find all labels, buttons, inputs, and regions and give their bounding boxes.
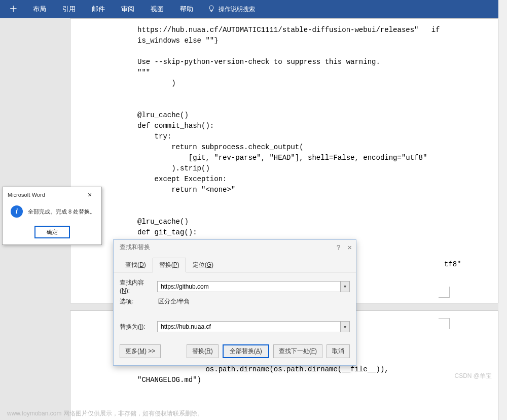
info-icon: i (11, 205, 23, 218)
help-icon[interactable]: ? (337, 243, 340, 251)
ribbon-scrollbar[interactable] (498, 0, 507, 18)
find-what-input[interactable] (158, 282, 340, 292)
lightbulb-icon (207, 5, 215, 14)
find-replace-dialog: 查找和替换 ? × 查找(D) 替换(P) 定位(G) 查找内容(N): ▾ 选… (113, 239, 356, 366)
replace-button[interactable]: 替换(R) (187, 344, 219, 358)
message-box-body: i 全部完成。完成 8 处替换。 (3, 202, 101, 223)
tell-me-label: 操作说明搜索 (219, 5, 255, 14)
find-replace-tabs: 查找(D) 替换(P) 定位(G) (114, 255, 356, 272)
ribbon: 十 布局 引用 邮件 审阅 视图 帮助 操作说明搜索 (0, 0, 507, 18)
tab-find[interactable]: 查找(D) (119, 258, 153, 272)
ribbon-tab-help[interactable]: 帮助 (173, 0, 200, 18)
find-replace-title: 查找和替换 (120, 243, 150, 252)
find-what-combo[interactable]: ▾ (157, 281, 350, 292)
replace-with-input[interactable] (158, 322, 340, 332)
find-replace-footer: 更多(M) >> 替换(R) 全部替换(A) 查找下一处(F) 取消 (114, 339, 356, 365)
watermark-footer: www.toymoban.com 网络图片仅供展示，非存储，如有侵权请联系删除。 (7, 409, 203, 418)
ribbon-tab-layout[interactable]: 布局 (26, 0, 53, 18)
ok-button[interactable]: 确定 (34, 226, 70, 238)
replace-with-combo[interactable]: ▾ (157, 321, 350, 332)
options-value: 区分全/半角 (157, 297, 190, 306)
tab-goto[interactable]: 定位(G) (186, 258, 220, 272)
close-icon[interactable]: × (82, 190, 97, 200)
options-label: 选项: (120, 297, 153, 306)
find-replace-titlebar: 查找和替换 ? × (114, 240, 356, 255)
replace-with-label: 替换为(I): (120, 323, 153, 331)
tell-me-search[interactable]: 操作说明搜索 (202, 5, 260, 14)
tab-replace[interactable]: 替换(P) (153, 258, 186, 272)
find-next-button[interactable]: 查找下一处(F) (273, 344, 322, 358)
chevron-down-icon[interactable]: ▾ (340, 322, 349, 332)
chevron-down-icon[interactable]: ▾ (340, 282, 349, 292)
find-replace-body: 查找内容(N): ▾ 选项: 区分全/半角 替换为(I): ▾ (114, 272, 356, 339)
ribbon-tab-references[interactable]: 引用 (55, 0, 83, 18)
close-icon[interactable]: × (347, 243, 352, 252)
find-what-label: 查找内容(N): (120, 278, 153, 294)
page-corner-mark (439, 318, 450, 329)
page-corner-mark (439, 287, 450, 298)
message-box: Microsoft Word × i 全部完成。完成 8 处替换。 确定 (2, 187, 102, 245)
vertical-scrollbar[interactable] (498, 18, 507, 420)
ribbon-tab-review[interactable]: 审阅 (114, 0, 141, 18)
message-box-footer: 确定 (3, 223, 101, 244)
more-button[interactable]: 更多(M) >> (120, 344, 161, 358)
ribbon-tab-design[interactable]: 十 (3, 0, 24, 18)
watermark-csdn: CSDN @羊宝 (454, 372, 492, 380)
message-box-titlebar: Microsoft Word × (3, 187, 101, 202)
message-box-text: 全部完成。完成 8 处替换。 (28, 208, 95, 216)
cancel-button[interactable]: 取消 (327, 344, 350, 358)
message-box-title: Microsoft Word (8, 192, 45, 198)
code-text-page-1[interactable]: https://hub.nuaa.cf/AUTOMATIC1111/stable… (70, 19, 498, 276)
ribbon-tab-view[interactable]: 视图 (143, 0, 171, 18)
ribbon-tab-mailings[interactable]: 邮件 (85, 0, 112, 18)
replace-all-button[interactable]: 全部替换(A) (223, 344, 269, 358)
